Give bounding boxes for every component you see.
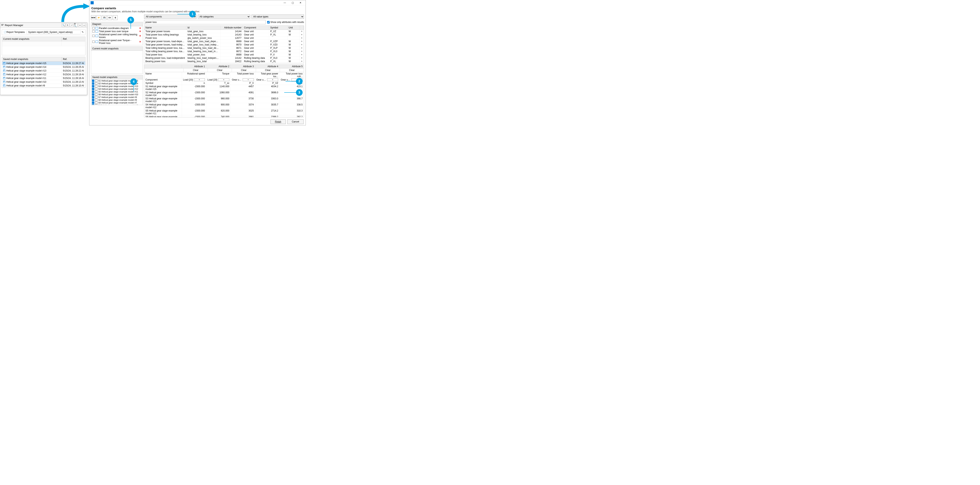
cancel-button[interactable]: Cancel <box>287 119 304 124</box>
report-template-file[interactable]: System report (000_System_report.wbrep) <box>27 30 81 34</box>
snapshot-checkbox[interactable] <box>92 82 94 85</box>
chevron-down-icon[interactable]: v <box>218 78 229 81</box>
add-attribute-icon[interactable]: + <box>300 53 304 56</box>
diagram-checkbox[interactable] <box>92 41 95 43</box>
diagram-item[interactable]: Parallel coordinates diagram✕ <box>92 27 142 30</box>
snapshot-checkbox[interactable] <box>92 102 94 104</box>
saved-snapshot-row[interactable]: Helical gear stage example model #105/15… <box>2 80 85 84</box>
delete-diagram-icon[interactable]: ✕ <box>139 40 142 43</box>
add-attribute-icon[interactable]: + <box>300 40 304 43</box>
rm-export-icon[interactable]: ↗ <box>70 23 73 27</box>
attribute-row[interactable]: Power lossgta_switch_power_loss12077Gear… <box>144 37 304 40</box>
snapshot-checkbox[interactable] <box>92 96 94 99</box>
toolbar-btn-3[interactable]: EX <box>107 15 112 20</box>
gear-icon <box>3 62 5 64</box>
saved-snapshot-row[interactable]: Helical gear stage example model #125/15… <box>2 73 85 76</box>
attribute-row[interactable]: Total gear power losses, load-independen… <box>144 43 304 46</box>
add-attribute-icon[interactable]: + <box>300 50 304 53</box>
clear-attr-3[interactable]: Clear <box>232 68 256 72</box>
saved-snapshot-row[interactable]: Helical gear stage example model #155/15… <box>2 62 85 65</box>
delete-diagram-icon[interactable]: ✕ <box>139 35 142 37</box>
saved-snapshot-row[interactable]: Helical gear stage example model #135/15… <box>2 69 85 73</box>
diagram-checkbox[interactable] <box>92 27 95 29</box>
add-attribute-icon[interactable]: + <box>300 56 304 60</box>
snapshot-checkbox[interactable] <box>92 85 94 87</box>
categories-select[interactable]: All categories <box>198 14 250 19</box>
diagram-checkbox[interactable] <box>92 30 95 33</box>
snapshot-item[interactable]: S10 Helical gear stage example model #6 <box>91 104 143 105</box>
rm-copy-icon[interactable]: ⎘ <box>66 23 69 27</box>
search-input[interactable] <box>144 20 266 24</box>
component-select-1[interactable]: Load [20]v <box>182 78 206 81</box>
diagram-checkbox[interactable] <box>92 35 95 37</box>
show-only-checkbox[interactable] <box>267 21 270 24</box>
component-select-2[interactable]: Load [20]v <box>206 78 231 81</box>
col-unit: Unit <box>288 25 300 30</box>
rm-search-icon[interactable]: 🔍 <box>62 23 65 27</box>
snapshot-checkbox[interactable] <box>92 88 94 90</box>
chevron-down-icon[interactable]: v <box>267 78 278 81</box>
saved-snapshot-row[interactable]: Helical gear stage example model #95/15/… <box>2 84 85 87</box>
show-only-text: Show only attributes with results <box>270 21 304 24</box>
maximize-icon[interactable]: ▭ <box>82 23 86 27</box>
add-attribute-icon[interactable]: + <box>300 37 304 40</box>
attribute-row[interactable]: Total rolling bearing power loss, load-d… <box>144 46 304 50</box>
snapshot-item[interactable]: S4 Helical gear stage example model #12 <box>91 87 143 90</box>
show-only-checkbox-label[interactable]: Show only attributes with results <box>267 21 304 24</box>
diagram-item[interactable]: Rotational speed over rolling bearing lo… <box>92 33 142 39</box>
toolbar-btn-4[interactable]: ⎘ <box>113 15 118 20</box>
snapshot-item[interactable]: S5 Helical gear stage example model #11 <box>91 90 143 93</box>
component-select-4[interactable]: Gear unit [1]v <box>255 78 280 81</box>
add-attribute-icon[interactable]: + <box>300 60 304 63</box>
snapshot-checkbox[interactable] <box>92 104 94 105</box>
finish-button[interactable]: Finish <box>270 119 286 124</box>
toolbar-btn-0[interactable]: NEW <box>91 15 95 20</box>
components-select[interactable]: All components <box>144 14 197 19</box>
cv-toolbar: NEW📂💾EX⎘ <box>91 14 143 21</box>
snapshot-checkbox[interactable] <box>92 93 94 95</box>
diagram-item[interactable]: Total power loss over torque✕ <box>92 30 142 33</box>
value-types-select[interactable]: All value types <box>251 14 304 19</box>
maximize-button[interactable]: ▢ <box>289 1 296 5</box>
attribute-row[interactable]: Total power losstotal_power_loss8668Gear… <box>144 53 304 56</box>
chevron-down-icon[interactable]: v <box>194 78 205 81</box>
attribute-row[interactable]: Bearing power loss, load-independentbear… <box>144 56 304 60</box>
add-attribute-icon[interactable]: + <box>300 46 304 49</box>
attribute-row[interactable]: Bearing power lossbearing_loss_total1842… <box>144 60 304 63</box>
snapshot-item[interactable]: S3 Helical gear stage example model #13 <box>91 85 143 87</box>
chart-icon <box>95 27 98 29</box>
delete-diagram-icon[interactable]: ✕ <box>139 27 142 30</box>
add-attribute-icon[interactable]: + <box>300 30 304 33</box>
add-attribute-icon[interactable]: + <box>300 43 304 46</box>
clear-attr-4[interactable]: Clear <box>256 68 280 72</box>
snapshot-item[interactable]: S6 Helical gear stage example model #10 <box>91 93 143 96</box>
snapshot-item[interactable]: S7 Helical gear stage example model #9 <box>91 96 143 99</box>
attribute-row[interactable]: Total power loss rolling bearingstotal_b… <box>144 33 304 37</box>
chevron-down-icon[interactable]: v <box>243 78 254 81</box>
attribute-row[interactable]: Total gear power lossestotal_gear_loss14… <box>144 30 304 33</box>
component-select-3[interactable]: Gear unit [1]v <box>231 78 255 81</box>
saved-snapshot-row[interactable]: Helical gear stage example model #145/15… <box>2 65 85 69</box>
snapshot-checkbox[interactable] <box>92 99 94 101</box>
toolbar-btn-1[interactable]: 📂 <box>96 15 101 20</box>
snapshot-item[interactable]: S8 Helical gear stage example model #8 <box>91 99 143 101</box>
snapshot-checkbox[interactable] <box>92 91 94 93</box>
result-table: Attribute 1 Attribute 2 Attribute 3 Attr… <box>144 64 304 118</box>
add-attribute-icon[interactable]: + <box>300 33 304 36</box>
minimize-button[interactable]: — <box>281 1 289 5</box>
clear-attr-5[interactable]: Clear <box>280 68 304 72</box>
saved-snapshot-row[interactable]: Helical gear stage example model #115/15… <box>2 76 85 80</box>
clear-attr-1[interactable]: Clear <box>183 68 208 72</box>
minimize-icon[interactable]: ━ <box>78 23 82 27</box>
rm-settings-icon[interactable]: R🔧 <box>74 23 78 27</box>
clear-attr-2[interactable]: Clear <box>208 68 232 72</box>
delete-diagram-icon[interactable]: ✕ <box>139 30 142 33</box>
attribute-row[interactable]: Total gear power losses, load-dependentt… <box>144 40 304 43</box>
toolbar-btn-2[interactable]: 💾 <box>102 15 107 20</box>
attribute-row[interactable]: Total rolling bearing power loss, load-i… <box>144 50 304 53</box>
edit-template-icon[interactable]: ✎ <box>82 31 84 33</box>
snapshot-checkbox[interactable] <box>92 80 94 82</box>
diagram-item[interactable]: Rotational speed over Torque - Power los… <box>92 39 142 45</box>
snapshot-item[interactable]: S9 Helical gear stage example model #7 <box>91 101 143 104</box>
close-button[interactable]: ✕ <box>296 1 304 5</box>
